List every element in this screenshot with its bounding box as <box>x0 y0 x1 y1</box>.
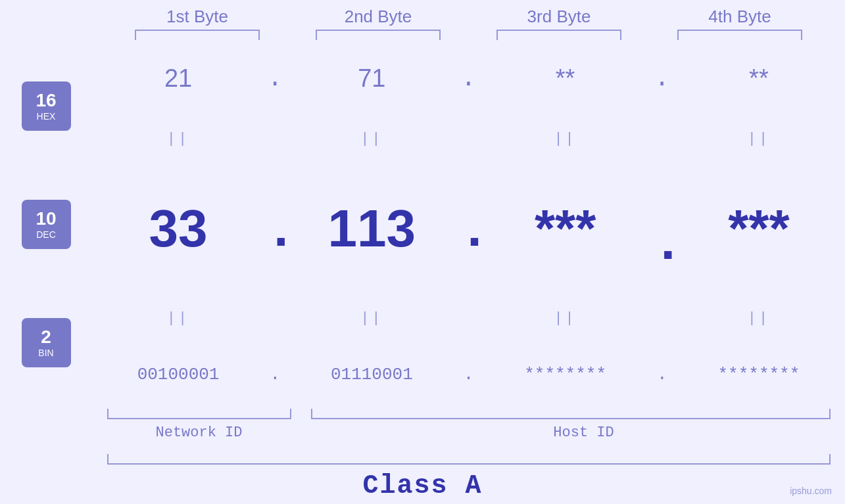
bin-dot2: . <box>458 365 478 384</box>
eq1-b3: || <box>493 131 638 147</box>
network-id-label: Network ID <box>107 424 291 441</box>
equals-row-1: || || || || <box>92 131 845 147</box>
dec-b2-cell: 113 <box>299 202 444 255</box>
hex-badge-number: 16 <box>36 91 56 111</box>
dec-b3-value: *** <box>535 199 596 258</box>
equals-row-2: || || || || <box>92 310 845 327</box>
bin-dot3: . <box>652 365 672 384</box>
hex-dot3: . <box>652 64 672 93</box>
dec-b3-cell: *** <box>493 202 638 255</box>
bottom-brackets <box>107 409 831 419</box>
bin-b1-cell: 00100001 <box>106 365 251 384</box>
main-content: 16 HEX 10 DEC 2 BIN 21 . 71 <box>0 40 845 409</box>
dec-b1-value: 33 <box>149 199 208 258</box>
hex-b2-value: 71 <box>358 64 385 92</box>
eq2-b4: || <box>687 310 831 327</box>
bottom-labels: Network ID Host ID <box>107 424 831 441</box>
hex-badge-label: HEX <box>37 111 56 122</box>
large-bracket-row <box>107 454 831 465</box>
hex-dot1: . <box>265 64 285 93</box>
byte2-header: 2nd Byte <box>306 7 450 27</box>
hex-dot2: . <box>458 64 478 93</box>
bin-b1-value: 00100001 <box>137 365 220 384</box>
bin-badge-number: 2 <box>41 327 51 348</box>
dec-b4-cell: *** <box>687 202 831 255</box>
dec-b1-cell: 33 <box>106 202 251 255</box>
dec-dot3: . <box>652 219 672 271</box>
hex-b1-value: 21 <box>164 64 192 92</box>
badge-column: 16 HEX 10 DEC 2 BIN <box>0 40 92 409</box>
large-bracket <box>107 454 831 465</box>
class-label: Class A <box>362 471 482 501</box>
class-label-row: Class A <box>362 471 482 504</box>
dec-badge-label: DEC <box>36 229 56 240</box>
bin-dot1: . <box>265 365 285 384</box>
eq1-b1: || <box>106 131 251 147</box>
bin-b4-cell: ******** <box>687 365 831 384</box>
eq2-b3: || <box>493 310 638 327</box>
byte3-header: 3rd Byte <box>487 7 631 27</box>
values-grid: 21 . 71 . ** . ** || || <box>92 40 845 409</box>
hex-b4-cell: ** <box>687 64 831 93</box>
bracket-byte4 <box>677 30 802 40</box>
hex-row: 21 . 71 . ** . ** <box>92 64 845 93</box>
watermark: ipshu.com <box>790 486 832 496</box>
dec-dot2: . <box>458 206 478 258</box>
hex-b3-cell: ** <box>493 64 638 93</box>
dec-b2-value: 113 <box>328 199 416 258</box>
host-id-label: Host ID <box>337 424 831 441</box>
bracket-host <box>311 409 831 419</box>
eq1-b4: || <box>687 131 831 147</box>
eq2-b1: || <box>106 310 251 327</box>
dec-badge-number: 10 <box>36 209 56 229</box>
bin-badge-label: BIN <box>38 348 53 358</box>
bin-b2-cell: 01110001 <box>299 365 444 384</box>
bin-b2-value: 01110001 <box>331 365 413 384</box>
eq1-b2: || <box>299 131 444 147</box>
hex-b1-cell: 21 <box>106 64 251 93</box>
byte1-header: 1st Byte <box>125 7 270 27</box>
byte-headers: 1st Byte 2nd Byte 3rd Byte 4th Byte <box>107 7 831 27</box>
bracket-byte3 <box>496 30 621 40</box>
bin-badge: 2 BIN <box>22 318 71 367</box>
hex-b3-value: ** <box>556 64 575 92</box>
dec-b4-value: *** <box>728 199 789 258</box>
bracket-byte1 <box>135 30 260 40</box>
bracket-network <box>107 409 291 419</box>
dec-row: 33 . 113 . *** . *** <box>92 186 845 271</box>
bottom-section: Network ID Host ID <box>107 409 831 441</box>
dec-dot1: . <box>265 206 285 258</box>
dec-badge: 10 DEC <box>22 200 71 249</box>
hex-badge: 16 HEX <box>22 81 71 131</box>
bin-row: 00100001 . 01110001 . ******** . *******… <box>92 365 845 384</box>
bin-b4-value: ******** <box>717 365 800 384</box>
hex-b2-cell: 71 <box>299 64 444 93</box>
top-brackets <box>107 30 831 40</box>
bin-b3-value: ******** <box>524 365 606 384</box>
main-container: 1st Byte 2nd Byte 3rd Byte 4th Byte 16 H… <box>0 0 845 504</box>
hex-b4-value: ** <box>749 64 769 92</box>
byte4-header: 4th Byte <box>667 7 812 27</box>
eq2-b2: || <box>299 310 444 327</box>
bracket-byte2 <box>316 30 441 40</box>
bin-b3-cell: ******** <box>493 365 638 384</box>
